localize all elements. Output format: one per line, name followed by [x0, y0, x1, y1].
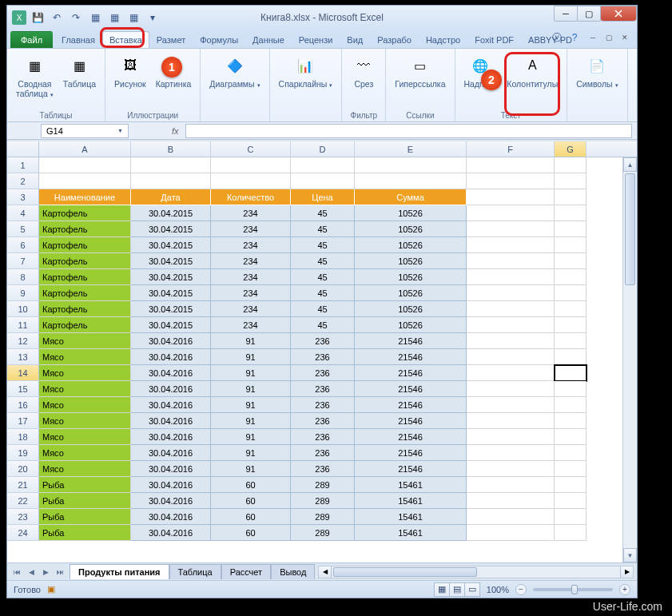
- cell[interactable]: 30.04.2016: [131, 429, 211, 445]
- cell[interactable]: 30.04.2016: [131, 397, 211, 413]
- cell[interactable]: 30.04.2016: [131, 477, 211, 493]
- cell[interactable]: [555, 397, 587, 413]
- grid-rows[interactable]: 123НаименованиеДатаКоличествоЦенаСумма4К…: [7, 157, 622, 562]
- cell[interactable]: 30.04.2015: [131, 269, 211, 285]
- cell[interactable]: [555, 237, 587, 253]
- cell[interactable]: 45: [291, 269, 355, 285]
- tab-foxit pdf[interactable]: Foxit PDF: [467, 31, 521, 48]
- cell[interactable]: [555, 221, 587, 237]
- row-header[interactable]: 1: [7, 157, 39, 173]
- row-header[interactable]: 12: [7, 333, 39, 349]
- cell[interactable]: [467, 445, 555, 461]
- cell[interactable]: [555, 477, 587, 493]
- column-header-F[interactable]: F: [467, 141, 555, 157]
- cell[interactable]: 30.04.2015: [131, 205, 211, 221]
- cell[interactable]: [555, 301, 587, 317]
- cell[interactable]: 236: [291, 349, 355, 365]
- cell[interactable]: [355, 173, 467, 189]
- tab-вставка[interactable]: Вставка: [102, 31, 149, 48]
- cell[interactable]: 236: [291, 333, 355, 349]
- cell[interactable]: 234: [211, 269, 291, 285]
- sheet-nav-next[interactable]: ▶: [39, 566, 52, 578]
- view-page-layout-button[interactable]: ▤: [449, 582, 465, 597]
- cell[interactable]: [467, 461, 555, 477]
- cell[interactable]: Мясо: [39, 333, 131, 349]
- cell[interactable]: [467, 333, 555, 349]
- view-normal-button[interactable]: ▦: [434, 582, 450, 597]
- cell[interactable]: 30.04.2016: [131, 413, 211, 429]
- column-header-G[interactable]: G: [555, 141, 587, 157]
- sheet-nav-first[interactable]: ⏮: [10, 566, 23, 578]
- cell[interactable]: 236: [291, 429, 355, 445]
- sheet-tab-active[interactable]: Продукты питания: [70, 564, 169, 579]
- cell[interactable]: 30.04.2016: [131, 461, 211, 477]
- row-header[interactable]: 21: [7, 477, 39, 493]
- row-header[interactable]: 7: [7, 253, 39, 269]
- cell[interactable]: 10526: [355, 205, 467, 221]
- cell[interactable]: 91: [211, 381, 291, 397]
- ribbon-гиперссылка[interactable]: ▭Гиперссылка: [391, 50, 449, 92]
- cell[interactable]: [467, 365, 555, 381]
- cell[interactable]: 234: [211, 317, 291, 333]
- cell[interactable]: Картофель: [39, 285, 131, 301]
- cell[interactable]: Мясо: [39, 397, 131, 413]
- row-header[interactable]: 9: [7, 285, 39, 301]
- scroll-up-button[interactable]: ▲: [623, 157, 637, 172]
- cell[interactable]: [555, 413, 587, 429]
- cell[interactable]: Мясо: [39, 349, 131, 365]
- qat-save-icon[interactable]: 💾: [30, 10, 46, 26]
- cell[interactable]: Картофель: [39, 317, 131, 333]
- tab-размет[interactable]: Размет: [149, 31, 193, 48]
- cell[interactable]: Мясо: [39, 381, 131, 397]
- cell[interactable]: [555, 445, 587, 461]
- cell[interactable]: 21546: [355, 461, 467, 477]
- cell[interactable]: 91: [211, 445, 291, 461]
- cell[interactable]: Сумма: [355, 189, 467, 205]
- scroll-left-button[interactable]: ◀: [319, 566, 332, 578]
- row-header[interactable]: 11: [7, 317, 39, 333]
- cell[interactable]: 289: [291, 509, 355, 525]
- cell[interactable]: 91: [211, 365, 291, 381]
- row-header[interactable]: 14: [7, 365, 39, 381]
- ribbon-спарклайны[interactable]: 📊Спарклайны ▾: [275, 50, 337, 92]
- cell[interactable]: [39, 173, 131, 189]
- row-header[interactable]: 13: [7, 349, 39, 365]
- cell[interactable]: 91: [211, 429, 291, 445]
- cell[interactable]: 91: [211, 461, 291, 477]
- cell[interactable]: [555, 365, 587, 381]
- mdi-restore[interactable]: ▢: [602, 32, 616, 43]
- qat-redo-icon[interactable]: ↷: [68, 10, 84, 26]
- cell[interactable]: [467, 285, 555, 301]
- cell[interactable]: 234: [211, 253, 291, 269]
- row-header[interactable]: 5: [7, 221, 39, 237]
- cell[interactable]: 60: [211, 525, 291, 541]
- row-header[interactable]: 4: [7, 205, 39, 221]
- column-header-C[interactable]: C: [211, 141, 291, 157]
- cell[interactable]: Количество: [211, 189, 291, 205]
- cell[interactable]: 30.04.2016: [131, 349, 211, 365]
- maximize-button[interactable]: ▢: [577, 6, 601, 22]
- cell[interactable]: [467, 509, 555, 525]
- hscroll-thumb[interactable]: [333, 567, 477, 577]
- zoom-in-button[interactable]: +: [619, 584, 630, 595]
- ribbon-символы[interactable]: 📄Символы ▾: [572, 50, 622, 92]
- row-header[interactable]: 17: [7, 413, 39, 429]
- cell[interactable]: [211, 157, 291, 173]
- cell[interactable]: 45: [291, 317, 355, 333]
- cell[interactable]: [555, 493, 587, 509]
- tab-вид[interactable]: Вид: [340, 31, 370, 48]
- zoom-slider[interactable]: [533, 588, 613, 591]
- cell[interactable]: 30.04.2016: [131, 365, 211, 381]
- cell[interactable]: 10526: [355, 221, 467, 237]
- cell[interactable]: [467, 237, 555, 253]
- cell[interactable]: Картофель: [39, 237, 131, 253]
- tab-надстро[interactable]: Надстро: [419, 31, 467, 48]
- qat-dropdown-icon[interactable]: ▾: [145, 10, 161, 26]
- cell[interactable]: Наименование: [39, 189, 131, 205]
- cell[interactable]: [355, 157, 467, 173]
- cell[interactable]: [467, 413, 555, 429]
- row-header[interactable]: 23: [7, 509, 39, 525]
- cell[interactable]: Картофель: [39, 205, 131, 221]
- cell[interactable]: 21546: [355, 349, 467, 365]
- cell[interactable]: [467, 269, 555, 285]
